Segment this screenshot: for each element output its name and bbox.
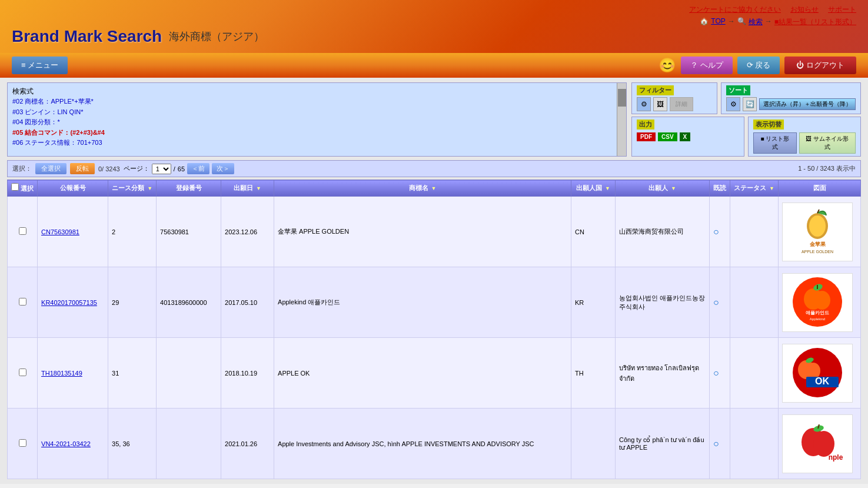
row1-date: 2023.12.06 xyxy=(221,197,274,267)
pagination-left: 選択： 全選択 反転 0/ 3243 ページ： 1 / 65 ＜前 次＞ xyxy=(12,163,234,174)
search-formula-panel: 検索式 #02 商標名：APPLE*+苹果* #03 ピンイン：LIN QIN*… xyxy=(7,82,627,157)
row4-brand: Apple Investments and Advisory JSC, hình… xyxy=(274,409,571,479)
next-button[interactable]: 次＞ xyxy=(212,163,234,174)
csv-button[interactable]: CSV xyxy=(658,132,677,141)
header-checkbox[interactable] xyxy=(11,183,19,191)
output-display-row: 出力 PDF CSV X 表示切替 ■ リスト形式 🖼 サムネイル形式 xyxy=(631,117,861,157)
row3-image: OK xyxy=(779,338,861,409)
table-body: CN75630981 2 75630981 2023.12.06 金苹果 APP… xyxy=(8,197,861,479)
top-nav-link[interactable]: TOP xyxy=(711,17,725,27)
th-brand[interactable]: 商標名 ▼ xyxy=(274,180,571,197)
logout-button[interactable]: ⏻ ログアウト xyxy=(784,57,856,74)
filter-icons: ⚙ 🖼 詳細 xyxy=(637,97,712,111)
row4-pubnum: VN4-2021-03422 xyxy=(38,409,108,479)
row2-pubnum-link[interactable]: KR4020170057135 xyxy=(41,299,97,306)
page-nav: ページ： 1 / 65 ＜前 次＞ xyxy=(124,163,234,174)
page-select[interactable]: 1 xyxy=(152,164,171,174)
display-title: 表示切替 xyxy=(753,119,784,130)
svg-text:金苹果: 金苹果 xyxy=(809,241,826,247)
row3-read-circle[interactable]: ○ xyxy=(713,368,719,378)
back-button[interactable]: ⟳ 戻る xyxy=(737,57,780,74)
table-row: KR4020170057135 29 4013189600000 2017.05… xyxy=(8,267,861,338)
sort-image-button[interactable]: 🔄 xyxy=(743,97,757,111)
th-read: 既読 xyxy=(710,180,730,197)
row3-regnum xyxy=(157,338,221,409)
nav-arrow2: → xyxy=(765,17,772,27)
th-date[interactable]: 出願日 ▼ xyxy=(221,180,274,197)
formula-line-2: #03 ピンイン：LIN QIN* xyxy=(12,107,612,118)
reverse-button[interactable]: 反転 xyxy=(70,163,95,174)
header-title-row: Brand Mark Search 海外商標（アジア） xyxy=(12,27,856,46)
nav-arrow1: → xyxy=(728,17,735,27)
row1-read-circle[interactable]: ○ xyxy=(713,227,719,237)
row4-country xyxy=(571,409,616,479)
svg-text:애플카인드: 애플카인드 xyxy=(806,310,829,316)
search-nav-link[interactable]: 検索 xyxy=(749,17,763,27)
th-status[interactable]: ステータス ▼ xyxy=(730,180,779,197)
svg-text:nple: nple xyxy=(828,453,843,462)
page-subtitle: 海外商標（アジア） xyxy=(169,29,264,44)
row1-checkbox[interactable] xyxy=(19,227,26,235)
table-header: 選択 公報番号 ニース分類 ▼ 登録番号 出願日 ▼ 商標名 ▼ 出願人国 xyxy=(8,180,861,197)
help-button[interactable]: ？ ヘルプ xyxy=(681,57,733,74)
row2-checkbox[interactable] xyxy=(19,298,26,306)
prev-button[interactable]: ＜前 xyxy=(187,163,209,174)
row4-news: 35, 36 xyxy=(108,409,157,479)
row3-checkbox[interactable] xyxy=(19,369,26,376)
filter-image-button[interactable]: 🖼 xyxy=(653,97,667,111)
results-nav-link[interactable]: ■結果一覧（リスト形式） xyxy=(774,17,856,27)
table-row: VN4-2021-03422 35, 36 2021.01.26 Apple I… xyxy=(8,409,861,479)
row3-news: 31 xyxy=(108,338,157,409)
sort-gear-button[interactable]: ⚙ xyxy=(726,97,740,111)
th-news[interactable]: ニース分類 ▼ xyxy=(108,180,157,197)
th-checkbox-label: 選択 xyxy=(21,185,34,192)
select-label: 選択： xyxy=(12,164,32,173)
row4-checkbox[interactable] xyxy=(19,439,26,447)
sort-title: ソート xyxy=(726,85,750,95)
row1-pubnum-link[interactable]: CN75630981 xyxy=(41,228,79,235)
row4-read-circle[interactable]: ○ xyxy=(713,439,719,449)
survey-link[interactable]: アンケートにご協力ください xyxy=(689,5,781,15)
formula-label: 検索式 xyxy=(12,87,612,97)
header-links: アンケートにご協力ください お知らせ サポート xyxy=(12,5,856,15)
row1-brand: 金苹果 APPLE GOLDEN xyxy=(274,197,571,267)
pagination-row: 選択： 全選択 反転 0/ 3243 ページ： 1 / 65 ＜前 次＞ 1 -… xyxy=(7,160,861,177)
select-all-button[interactable]: 全選択 xyxy=(35,163,66,174)
row4-image-placeholder: nple xyxy=(782,414,853,473)
notice-link[interactable]: お知らせ xyxy=(790,5,819,15)
output-panel: 出力 PDF CSV X xyxy=(631,117,744,157)
list-view-button[interactable]: ■ リスト形式 xyxy=(753,132,797,154)
sort-panel: ソート ⚙ 🔄 選択済み（昇）＋出願番号（降） xyxy=(721,82,861,114)
row2-image-placeholder: 애플카인드 Applekind xyxy=(782,273,853,332)
th-country[interactable]: 出願人国 ▼ xyxy=(571,180,616,197)
sort-selected-button[interactable]: 選択済み（昇）＋出願番号（降） xyxy=(759,98,856,110)
filter-detail-button[interactable]: 詳細 xyxy=(670,97,693,111)
row1-image: 金苹果 APPLE GOLDEN xyxy=(779,197,861,267)
header-breadcrumb: 🏠 TOP → 🔍 検索 → ■結果一覧（リスト形式） xyxy=(12,17,856,27)
support-link[interactable]: サポート xyxy=(828,5,856,15)
right-panels: フィルター ⚙ 🖼 詳細 ソート ⚙ 🔄 選択済み（昇）＋出願番号（降） xyxy=(631,82,861,157)
row3-pubnum-link[interactable]: TH180135149 xyxy=(41,370,82,377)
formula-line-5: #06 ステータス情報：701+703 xyxy=(12,138,612,148)
menu-button[interactable]: ≡ メニュー xyxy=(12,57,68,74)
svg-point-2 xyxy=(809,215,826,237)
thumbnail-view-button[interactable]: 🖼 サムネイル形式 xyxy=(799,132,856,154)
th-applicant[interactable]: 出願人 ▼ xyxy=(616,180,710,197)
status-sort-icon: ▼ xyxy=(769,185,774,191)
formula-content: 検索式 #02 商標名：APPLE*+苹果* #03 ピンイン：LIN QIN*… xyxy=(8,83,617,156)
row2-read-circle[interactable]: ○ xyxy=(713,297,719,307)
formula-scrollbar[interactable] xyxy=(617,83,626,156)
filter-gear-button[interactable]: ⚙ xyxy=(637,97,651,111)
country-sort-icon: ▼ xyxy=(605,185,610,191)
row4-pubnum-link[interactable]: VN4-2021-03422 xyxy=(41,440,91,447)
row2-checkbox-cell xyxy=(8,267,38,338)
formula-line-1: #02 商標名：APPLE*+苹果* xyxy=(12,97,612,107)
xls-button[interactable]: X xyxy=(680,132,691,141)
row2-regnum: 4013189600000 xyxy=(157,267,221,338)
row3-status xyxy=(730,338,779,409)
scroll-thumb[interactable] xyxy=(618,89,626,107)
applicant-sort-icon: ▼ xyxy=(671,185,676,191)
pdf-button[interactable]: PDF xyxy=(637,132,656,141)
row2-news: 29 xyxy=(108,267,157,338)
row1-applicant: 山西荣海商贸有限公司 xyxy=(616,197,710,267)
